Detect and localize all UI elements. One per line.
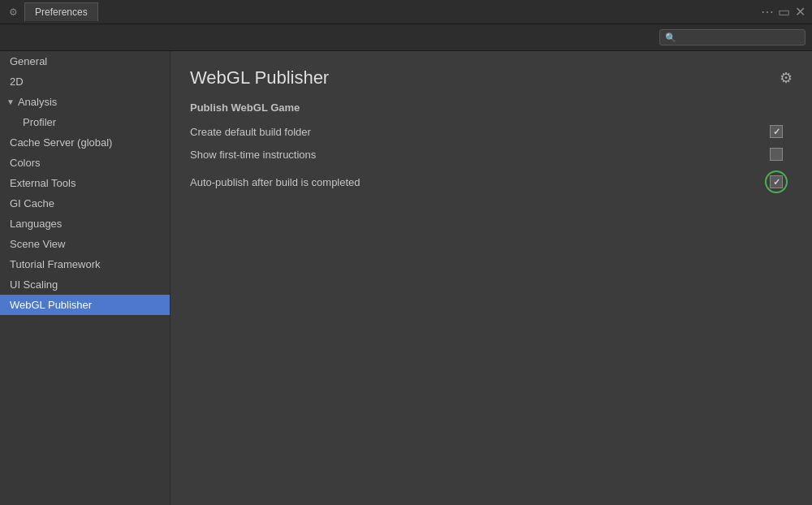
gear-button[interactable]: ⚙ — [780, 69, 793, 87]
window-minimize-button[interactable]: ▭ — [778, 6, 789, 18]
search-bar: 🔍 — [0, 24, 812, 51]
sidebar-item-external-tools[interactable]: External Tools — [0, 173, 170, 193]
sidebar-item-ui-scaling[interactable]: UI Scaling — [0, 274, 170, 295]
checkbox-show-first-time-instructions[interactable] — [770, 148, 783, 161]
checkbox-inner-auto-publish — [770, 175, 783, 188]
settings-rows: Create default build folderShow first-ti… — [190, 125, 793, 193]
sidebar-item-general[interactable]: General — [0, 51, 170, 71]
sidebar-item-webgl-publisher[interactable]: WebGL Publisher — [0, 295, 170, 315]
triangle-icon: ▼ — [6, 97, 15, 106]
window-dots-button[interactable]: ⋯ — [762, 6, 773, 18]
sidebar: General2D▼AnalysisProfilerCache Server (… — [0, 51, 171, 505]
setting-label-show-first-time-instructions: Show first-time instructions — [190, 149, 760, 161]
sidebar-item-2d[interactable]: 2D — [0, 71, 170, 92]
sidebar-item-analysis[interactable]: ▼Analysis — [0, 92, 170, 112]
sidebar-item-languages[interactable]: Languages — [0, 214, 170, 234]
checkbox-auto-publish[interactable] — [765, 170, 788, 193]
sidebar-item-cache-server[interactable]: Cache Server (global) — [0, 132, 170, 153]
checkbox-wrap-auto-publish — [760, 170, 793, 193]
checkbox-create-default-build-folder[interactable] — [770, 125, 783, 138]
window-icon: ⚙ — [6, 6, 19, 19]
main-layout: General2D▼AnalysisProfilerCache Server (… — [0, 51, 812, 505]
sidebar-item-scene-view[interactable]: Scene View — [0, 234, 170, 254]
checkbox-wrap-show-first-time-instructions — [760, 148, 793, 161]
setting-row-auto-publish: Auto-publish after build is completed — [190, 170, 793, 193]
setting-label-create-default-build-folder: Create default build folder — [190, 126, 760, 138]
content-title: WebGL Publisher — [190, 67, 329, 88]
sidebar-item-profiler[interactable]: Profiler — [0, 112, 170, 132]
setting-row-create-default-build-folder: Create default build folder — [190, 125, 793, 138]
section-label: Publish WebGL Game — [190, 101, 793, 114]
title-bar: ⚙ Preferences ⋯ ▭ ✕ — [0, 0, 812, 24]
window-controls: ⋯ ▭ ✕ — [762, 6, 806, 18]
content-header: WebGL Publisher ⚙ — [190, 67, 793, 88]
search-input-wrap[interactable]: 🔍 — [659, 29, 806, 45]
sidebar-item-gi-cache[interactable]: GI Cache — [0, 193, 170, 214]
setting-label-auto-publish: Auto-publish after build is completed — [190, 176, 760, 188]
search-icon: 🔍 — [665, 32, 676, 43]
sidebar-item-colors[interactable]: Colors — [0, 153, 170, 173]
content-area: WebGL Publisher ⚙ Publish WebGL Game Cre… — [171, 51, 812, 505]
title-tab: Preferences — [24, 2, 98, 21]
setting-row-show-first-time-instructions: Show first-time instructions — [190, 148, 793, 161]
search-input[interactable] — [680, 32, 800, 43]
window-close-button[interactable]: ✕ — [794, 6, 806, 18]
checkbox-wrap-create-default-build-folder — [760, 125, 793, 138]
sidebar-item-tutorial-framework[interactable]: Tutorial Framework — [0, 254, 170, 274]
